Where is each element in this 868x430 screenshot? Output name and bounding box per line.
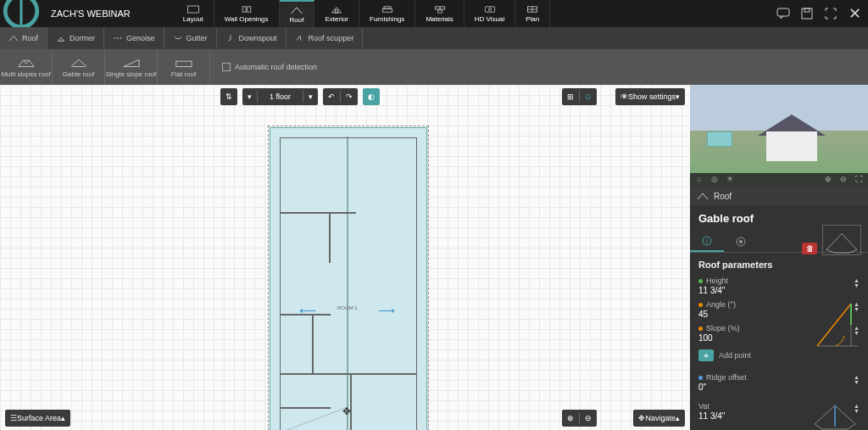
save-icon[interactable]: [798, 5, 815, 22]
navigate-button[interactable]: ✥ Navigate ▴: [633, 410, 685, 427]
svg-point-11: [488, 8, 491, 10]
add-point-label: Add point: [719, 351, 751, 360]
subtab-roof-scupper[interactable]: Roof scupper: [287, 27, 364, 49]
auto-roof-detection-checkbox[interactable]: Automatic roof detection: [222, 63, 317, 71]
tool-flat-roof[interactable]: Flat roof: [158, 49, 210, 85]
svg-text:i: i: [706, 237, 708, 245]
ridge-diagram: [810, 399, 860, 430]
slope-arrow-right-icon: ⟶: [378, 304, 395, 317]
interior-wall: [329, 212, 331, 263]
tool-gable-roof[interactable]: Gable roof: [53, 49, 105, 85]
canvas[interactable]: ⇅ ▾ 1 floor ▾ ↶ ↷ ◐ ⊞ ⊙: [0, 85, 690, 430]
subtab-roof[interactable]: Roof: [0, 27, 47, 49]
svg-point-17: [117, 37, 119, 39]
svg-rect-10: [485, 7, 494, 12]
delete-button[interactable]: 🗑: [802, 243, 817, 254]
close-icon[interactable]: ✕: [846, 5, 863, 22]
floor-selector[interactable]: 1 floor: [258, 88, 303, 105]
svg-rect-2: [242, 7, 246, 12]
preview-orbit-icon[interactable]: ◎: [709, 175, 721, 185]
preview-zoom-out-icon[interactable]: ⊖: [837, 175, 849, 185]
section-title: Roof parameters: [698, 260, 860, 270]
interior-wall: [350, 373, 352, 430]
zoom-in-button[interactable]: ⊕: [562, 410, 579, 427]
tab-plan[interactable]: Plan: [515, 0, 550, 27]
svg-point-23: [739, 240, 743, 243]
panel-tab-materials[interactable]: [724, 232, 758, 252]
panel-breadcrumb: Roof: [690, 187, 868, 205]
tab-materials[interactable]: Materials: [415, 0, 464, 27]
preview-house: [766, 131, 817, 161]
interior-wall: [312, 314, 314, 373]
panel-tab-info[interactable]: i: [690, 232, 724, 252]
undo-button[interactable]: ↶: [323, 88, 340, 105]
param-ridge-offset[interactable]: Ridge offset 0" ▲▼: [698, 373, 860, 392]
zoom-out-button[interactable]: ⊖: [580, 410, 597, 427]
preview-person-icon[interactable]: ⌂: [693, 175, 705, 185]
svg-rect-15: [804, 8, 810, 12]
floor-down-button[interactable]: ▾: [242, 88, 257, 105]
svg-rect-8: [440, 7, 444, 9]
tab-roof[interactable]: Roof: [280, 0, 315, 27]
file-name: ZACH'S WEBINAR: [42, 8, 139, 19]
svg-point-16: [114, 37, 116, 39]
swap-floors-button[interactable]: ⇅: [220, 88, 237, 105]
svg-rect-3: [247, 7, 250, 12]
svg-rect-5: [382, 8, 392, 12]
svg-rect-1: [187, 6, 198, 13]
move-gizmo-icon[interactable]: ✥: [342, 405, 351, 417]
subtab-dormer[interactable]: Dormer: [47, 27, 104, 49]
roof-type-thumbnail[interactable]: [822, 225, 861, 255]
chat-icon[interactable]: [775, 5, 792, 22]
tab-layout[interactable]: Layout: [173, 0, 214, 27]
redo-button[interactable]: ↷: [341, 88, 358, 105]
preview-sun-icon[interactable]: ☀: [724, 175, 736, 185]
preview-zoom-in-icon[interactable]: ⊕: [822, 175, 834, 185]
preview-3d[interactable]: ⌂ ◎ ☀ ⊕ ⊖ ⛶: [690, 85, 868, 187]
show-settings-button[interactable]: 👁 Show settings ▾: [615, 88, 685, 105]
svg-rect-13: [777, 8, 789, 16]
interior-wall: [280, 212, 356, 214]
surface-area-button[interactable]: ☰ Surface Area ▴: [5, 410, 70, 427]
tool-multi-slopes-roof[interactable]: Multi slopes roof: [0, 49, 53, 85]
svg-rect-7: [435, 7, 439, 9]
exterior-wall: [280, 137, 417, 430]
preview-expand-icon[interactable]: ⛶: [853, 175, 865, 185]
svg-rect-6: [384, 7, 391, 8]
subtab-genoise[interactable]: Genoise: [104, 27, 164, 49]
slope-arrow-left-icon: ⟵: [299, 304, 316, 317]
svg-point-18: [120, 37, 122, 39]
tab-hd-visual[interactable]: HD Visual: [465, 0, 515, 27]
tab-furnishings[interactable]: Furnishings: [359, 0, 415, 27]
subtab-downspout[interactable]: Downspout: [217, 27, 287, 49]
stepper-icon[interactable]: ▲▼: [854, 375, 860, 385]
panel-title: Gable roof: [698, 212, 754, 225]
tab-exterior[interactable]: Exterior: [314, 0, 359, 27]
interior-wall: [280, 373, 417, 375]
add-point-button[interactable]: +: [698, 349, 714, 361]
svg-line-26: [817, 304, 851, 346]
tool-single-slope-roof[interactable]: Single slope roof: [105, 49, 158, 85]
fullscreen-icon[interactable]: [822, 5, 839, 22]
slope-diagram: [810, 295, 860, 356]
snap-button[interactable]: ⊞: [562, 88, 579, 105]
svg-rect-14: [802, 8, 812, 19]
interior-wall: [280, 407, 331, 409]
room-label: ROOM 1: [337, 305, 358, 310]
tab-wall-openings[interactable]: Wall Openings: [214, 0, 280, 27]
svg-rect-4: [336, 10, 338, 13]
param-height[interactable]: Height 11 3/4" ▲▼: [698, 276, 860, 295]
floor-dropdown-button[interactable]: ▾: [303, 88, 318, 105]
helper-toggle[interactable]: ◐: [363, 88, 380, 105]
subtab-gutter[interactable]: Gutter: [164, 27, 217, 49]
svg-rect-9: [437, 10, 442, 13]
magnet-button[interactable]: ⊙: [580, 88, 597, 105]
pool-icon: [707, 131, 732, 147]
stepper-icon[interactable]: ▲▼: [854, 278, 860, 288]
